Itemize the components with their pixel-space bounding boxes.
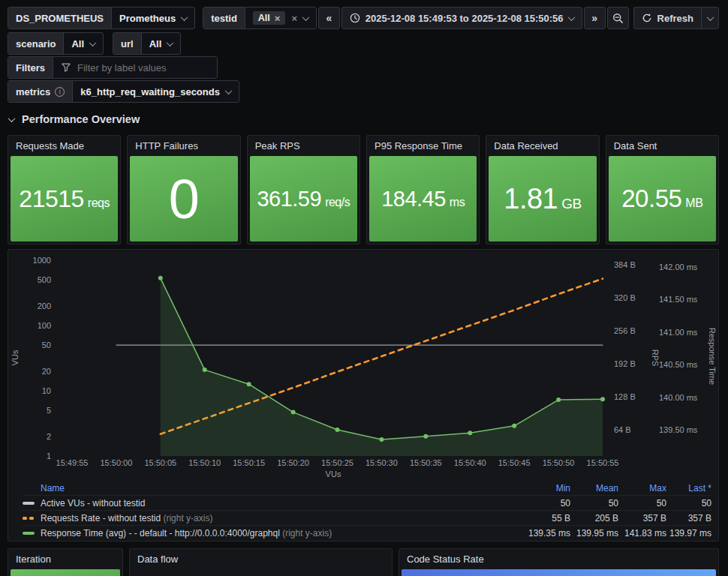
- panel-data-flow: Data flow: [129, 548, 393, 576]
- variables-row-2: scenario All url All: [8, 32, 719, 55]
- chart-legend: NameMinMeanMaxLast *Active VUs - without…: [23, 482, 711, 540]
- axis-tick-label: 141.00 ms: [659, 328, 698, 337]
- stat-unit: req/s: [325, 196, 350, 209]
- legend-sort-min[interactable]: Min: [518, 483, 570, 494]
- legend-sort-max[interactable]: Max: [618, 483, 666, 494]
- x-axis-tick-label: 15:49:55: [56, 458, 89, 467]
- refresh-button[interactable]: Refresh: [633, 7, 701, 29]
- funnel-icon: [61, 62, 71, 73]
- remove-value-icon[interactable]: ×: [275, 14, 281, 23]
- var-url-label: url: [113, 33, 142, 54]
- time-shift-forward-button[interactable]: »: [584, 7, 606, 29]
- var-metrics-select[interactable]: k6_http_req_waiting_seconds: [73, 81, 239, 102]
- panel-title[interactable]: HTTP Failures: [128, 136, 239, 156]
- zoom-out-button[interactable]: [607, 7, 629, 29]
- chevron-down-icon: [167, 39, 174, 46]
- series-point: [203, 368, 207, 372]
- axis-tick-label: 5: [47, 406, 51, 415]
- legend-min-value: 55 B: [518, 513, 570, 524]
- x-axis-tick-label: 15:50:05: [144, 458, 176, 467]
- timeseries-chart[interactable]: 1000500200100502010521VUs15:49:5515:50:0…: [8, 250, 717, 479]
- time-range-picker[interactable]: 2025-12-08 15:49:53 to 2025-12-08 15:50:…: [341, 7, 582, 29]
- filter-by-label-input[interactable]: [77, 62, 209, 74]
- legend-series-name[interactable]: Active VUs - without testid: [23, 498, 518, 508]
- y-axis-label-response-time: Response Time: [708, 328, 717, 385]
- legend-sort-last[interactable]: Last *: [666, 483, 711, 494]
- chevron-down-icon: [89, 39, 97, 46]
- axis-tick-label: 192 B: [614, 359, 636, 368]
- axis-tick-label: 141.50 ms: [659, 295, 698, 304]
- var-datasource: DS_PROMETHEUS Prometheus: [8, 7, 195, 29]
- chevron-down-icon: [224, 87, 232, 94]
- stat-unit: reqs: [88, 196, 110, 210]
- axis-tick-label: 1: [47, 452, 51, 460]
- var-testid-label: testid: [203, 8, 245, 28]
- series-point: [379, 437, 384, 442]
- series-point: [600, 397, 605, 401]
- stat-value: 21515: [19, 185, 83, 213]
- axis-tick-label: 20: [42, 367, 51, 376]
- axis-tick-label: 384 B: [614, 260, 636, 269]
- metrics-row: metrics k6_http_req_waiting_seconds: [8, 80, 719, 103]
- panel-title[interactable]: Data Sent: [606, 136, 718, 156]
- legend-row: Requests Rate - without testid (right y-…: [23, 510, 711, 525]
- testid-all-pill[interactable]: All ×: [253, 11, 286, 25]
- legend-min-value: 50: [518, 498, 570, 508]
- panel-code-status-rate: Code Status Rate: [399, 548, 719, 576]
- section-performance-overview[interactable]: Performance Overview: [9, 113, 140, 125]
- panel-title[interactable]: Code Status Rate: [399, 549, 718, 569]
- legend-series-name[interactable]: Response Time (avg) - - default - http:/…: [23, 528, 518, 538]
- axis-tick-label: 140.00 ms: [659, 393, 698, 402]
- bottom-panels-row: Iteration Data flow Code Status Rate: [8, 548, 719, 576]
- panel-title[interactable]: Iteration: [8, 549, 122, 569]
- axis-tick-label: 128 B: [614, 392, 636, 401]
- stat-panel-data-sent: Data Sent 20.55MB: [606, 135, 719, 244]
- var-metrics-value: k6_http_req_waiting_seconds: [80, 86, 220, 98]
- clear-all-icon[interactable]: ×: [291, 14, 297, 23]
- axis-tick-label: 10: [42, 386, 51, 395]
- panel-title[interactable]: Data flow: [130, 549, 392, 569]
- testid-all-pill-label: All: [258, 13, 270, 23]
- var-testid-select[interactable]: All × ×: [245, 8, 316, 28]
- series-color-icon: [23, 517, 35, 520]
- timeseries-panel: 1000500200100502010521VUs15:49:5515:50:0…: [8, 249, 719, 542]
- legend-sort-name[interactable]: Name: [23, 483, 518, 494]
- code-status-rate-bar: [402, 569, 716, 576]
- series-point: [468, 430, 472, 435]
- stat-value: 0: [169, 167, 200, 231]
- legend-series-name[interactable]: Requests Rate - without testid (right y-…: [23, 513, 518, 524]
- stat-unit: ms: [450, 196, 465, 209]
- series-point: [512, 424, 516, 428]
- var-metrics-label: metrics: [16, 86, 50, 98]
- x-axis-tick-label: 15:50:30: [366, 458, 398, 467]
- var-scenario-select[interactable]: All: [64, 33, 103, 54]
- stat-value: 361.59: [257, 187, 321, 212]
- time-shift-back-button[interactable]: «: [318, 7, 340, 29]
- magnifier-minus-icon: [612, 13, 624, 24]
- panel-title[interactable]: Data Received: [486, 136, 598, 156]
- stat-panel-requests-made: Requests Made 21515reqs: [8, 135, 121, 244]
- legend-sort-mean[interactable]: Mean: [570, 483, 618, 494]
- var-url-select[interactable]: All: [142, 33, 181, 54]
- legend-max-value: 50: [618, 498, 666, 508]
- axis-tick-label: 320 B: [614, 293, 636, 302]
- x-axis-label: VUs: [326, 470, 341, 478]
- axis-tick-label: 256 B: [614, 326, 636, 335]
- series-color-icon: [23, 502, 35, 505]
- refresh-interval-dropdown[interactable]: [701, 7, 719, 29]
- chevron-down-icon: [181, 14, 188, 21]
- stat-panel-data-received: Data Received 1.81GB: [486, 135, 599, 244]
- info-icon[interactable]: [55, 87, 65, 97]
- time-range-text: 2025-12-08 15:49:53 to 2025-12-08 15:50:…: [366, 13, 564, 24]
- axis-tick-label: 140.50 ms: [659, 360, 698, 369]
- x-axis-tick-label: 15:50:25: [321, 458, 353, 467]
- stat-unit: MB: [685, 196, 702, 210]
- panel-title[interactable]: Requests Made: [8, 136, 120, 156]
- panel-title[interactable]: P95 Response Time: [367, 136, 479, 156]
- var-url-value: All: [149, 38, 162, 50]
- var-datasource-select[interactable]: Prometheus: [112, 8, 194, 28]
- filters-row: Filters: [8, 56, 719, 79]
- panel-title[interactable]: Peak RPS: [248, 136, 359, 156]
- x-axis-tick-label: 15:50:50: [543, 458, 575, 467]
- var-url: url All: [113, 32, 181, 55]
